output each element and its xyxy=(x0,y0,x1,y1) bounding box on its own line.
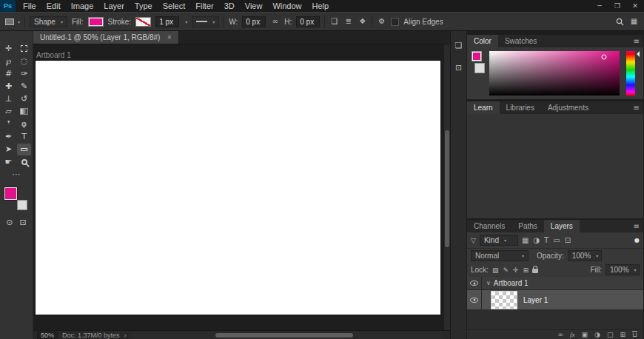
gradient-tool[interactable] xyxy=(17,106,31,118)
tool-preset-picker[interactable]: ▾ xyxy=(5,19,20,25)
lock-position-icon[interactable]: ✛ xyxy=(513,266,519,274)
spot-healing-brush-tool[interactable]: ✚ xyxy=(1,81,16,93)
new-group-icon[interactable]: □ xyxy=(607,332,614,338)
panel-tab[interactable]: Libraries xyxy=(500,101,541,114)
height-input[interactable]: 0 px xyxy=(296,16,320,27)
rectangular-marquee-tool[interactable] xyxy=(17,43,31,55)
document-tab[interactable]: Untitled-1 @ 50% (Layer 1, RGB/8#) ✕ xyxy=(33,31,179,44)
filter-adjustment-layers-icon[interactable]: ◑ xyxy=(533,236,540,244)
lock-transparency-icon[interactable]: ▨ xyxy=(492,266,499,274)
adjustment-layer-icon[interactable]: ◑ xyxy=(594,332,600,338)
panel-menu-icon[interactable]: ≡ xyxy=(634,35,640,47)
blur-tool[interactable]: ❜ xyxy=(1,118,16,130)
vertical-scrollbar[interactable] xyxy=(443,44,450,330)
menu-item[interactable]: Help xyxy=(307,0,335,12)
filter-type-layers-icon[interactable]: T xyxy=(544,236,549,244)
zoom-tool[interactable] xyxy=(17,156,31,168)
quick-mask-icon[interactable]: ⊙ xyxy=(6,218,13,227)
search-icon[interactable] xyxy=(615,18,625,26)
tab-close-icon[interactable]: ✕ xyxy=(167,34,172,41)
menu-item[interactable]: Select xyxy=(158,0,191,12)
horizontal-scrollbar-thumb[interactable] xyxy=(215,333,353,338)
background-color-swatch-mini[interactable] xyxy=(474,63,485,73)
restore-icon[interactable]: ❐ xyxy=(608,2,626,10)
visibility-toggle[interactable] xyxy=(467,290,482,309)
horizontal-type-tool[interactable]: T xyxy=(17,131,31,143)
layer-effects-icon[interactable]: fx xyxy=(570,332,575,338)
panel-tab[interactable]: Layers xyxy=(544,220,580,232)
eraser-tool[interactable]: ▱ xyxy=(1,106,16,118)
status-arrow-icon[interactable]: › xyxy=(124,332,127,339)
hand-tool[interactable]: ☛ xyxy=(1,156,16,168)
artboard-canvas[interactable] xyxy=(36,61,440,315)
panel-tab[interactable]: Channels xyxy=(467,220,511,232)
link-dimensions-icon[interactable]: ∞ xyxy=(270,18,280,25)
dodge-tool[interactable]: φ xyxy=(17,118,31,130)
width-input[interactable]: 0 px xyxy=(242,16,266,27)
rectangle-tool[interactable]: ▭ xyxy=(17,144,31,155)
layer-row-selected[interactable]: Layer 1 xyxy=(467,290,643,309)
panel-tab[interactable]: Swatches xyxy=(498,35,543,47)
menu-item[interactable]: 3D xyxy=(219,0,240,12)
foreground-color-swatch[interactable] xyxy=(4,187,17,200)
align-edges-checkbox[interactable] xyxy=(391,18,399,26)
eyedropper-tool[interactable]: ✑ xyxy=(17,68,31,80)
menu-item[interactable]: Edit xyxy=(41,0,66,12)
tool-mode-select[interactable]: Shape ▾ xyxy=(30,16,67,27)
collapsed-panel-icon-top[interactable]: ❏ xyxy=(452,38,466,52)
layer-filter-type-select[interactable]: Kind ▾ xyxy=(480,235,518,246)
panel-tab[interactable]: Color xyxy=(467,35,498,47)
artboard-row[interactable]: ∨ Artboard 1 xyxy=(467,277,643,290)
new-layer-icon[interactable]: ⊞ xyxy=(620,332,625,338)
panel-tab[interactable]: Adjustments xyxy=(541,101,595,114)
filter-shape-layers-icon[interactable]: ▭ xyxy=(553,236,560,244)
move-tool[interactable]: ✛ xyxy=(1,43,16,55)
foreground-color-swatch-mini[interactable] xyxy=(472,51,482,61)
lock-artboard-icon[interactable]: ⊞ xyxy=(523,266,529,274)
blend-mode-select[interactable]: Normal ▾ xyxy=(471,250,529,261)
layer-filter-toggle[interactable]: ● xyxy=(634,237,640,244)
screen-mode-icon[interactable]: ⊡ xyxy=(20,218,27,227)
layer-mask-icon[interactable]: ▣ xyxy=(582,332,588,338)
menu-item[interactable]: View xyxy=(240,0,268,12)
visibility-toggle[interactable] xyxy=(467,277,482,289)
pen-tool[interactable]: ✒ xyxy=(1,131,16,143)
menu-item[interactable]: Window xyxy=(267,0,306,12)
zoom-level[interactable]: 50% xyxy=(37,332,58,339)
brush-tool[interactable]: ✎ xyxy=(17,81,31,93)
fill-color-swatch[interactable] xyxy=(88,17,104,27)
path-selection-tool[interactable]: ➤ xyxy=(1,144,16,155)
filter-smart-objects-icon[interactable]: ⊡ xyxy=(565,236,571,244)
menu-item[interactable]: File xyxy=(18,0,41,12)
menu-item[interactable]: Layer xyxy=(98,0,130,12)
horizontal-scrollbar[interactable] xyxy=(131,332,443,338)
artboard-label[interactable]: Artboard 1 xyxy=(36,51,71,59)
close-icon[interactable]: ✕ xyxy=(626,2,644,10)
stroke-style-select[interactable]: ▾ xyxy=(192,16,219,27)
clone-stamp-tool[interactable]: ⊥ xyxy=(1,93,16,105)
collapsed-panel-icon-bottom[interactable]: ⊡ xyxy=(452,61,466,74)
hue-slider[interactable] xyxy=(626,51,635,95)
opacity-input[interactable]: 100% ▾ xyxy=(568,250,602,261)
workspace-switcher-icon[interactable]: ▦ xyxy=(629,18,639,25)
minimize-icon[interactable]: ─ xyxy=(591,2,608,10)
edit-toolbar[interactable]: ⋯ xyxy=(10,169,24,181)
shape-settings-gear-icon[interactable]: ⚙ xyxy=(377,18,386,25)
background-color-swatch[interactable] xyxy=(17,200,27,210)
expand-chevron-icon[interactable]: ∨ xyxy=(486,280,491,286)
panel-menu-icon[interactable]: ≡ xyxy=(634,220,640,232)
menu-item[interactable]: Type xyxy=(130,0,158,12)
saturation-brightness-field[interactable] xyxy=(489,51,620,95)
vertical-scrollbar-thumb[interactable] xyxy=(445,130,449,247)
panel-menu-icon[interactable]: ≡ xyxy=(634,101,640,114)
history-brush-tool[interactable]: ↺ xyxy=(17,93,31,105)
stroke-width-input[interactable]: 1 px xyxy=(155,16,179,27)
panel-tab[interactable]: Learn xyxy=(467,101,500,114)
panel-tab[interactable]: Paths xyxy=(511,220,544,232)
lasso-tool[interactable]: ℘ xyxy=(1,56,16,67)
menu-item[interactable]: Image xyxy=(66,0,99,12)
filter-pixel-layers-icon[interactable]: ▦ xyxy=(522,236,529,244)
lock-all-icon[interactable] xyxy=(532,269,538,273)
quick-selection-tool[interactable]: ◌ xyxy=(17,56,31,67)
path-arrangement-icon[interactable]: ❖ xyxy=(358,18,367,25)
